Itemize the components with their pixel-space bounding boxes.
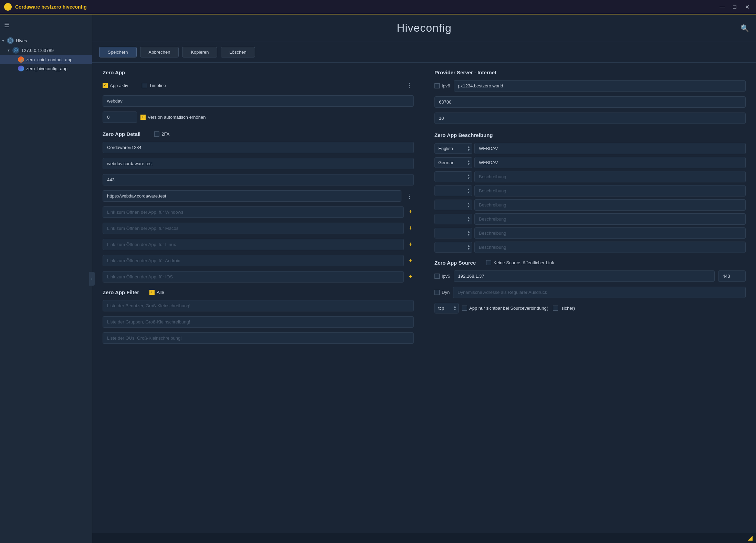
- tree-arrow-server: ▼: [7, 49, 12, 52]
- link-ios-row: +: [103, 271, 414, 283]
- search-icon[interactable]: 🔍: [741, 24, 749, 32]
- source-dyn-row: Dyn: [434, 287, 746, 298]
- domain-row: [103, 158, 414, 169]
- provider-timeout-row: [434, 113, 746, 124]
- desc-input-4[interactable]: [474, 199, 746, 211]
- lang-select-wrap-5: ▲▼: [434, 214, 472, 224]
- app-sichtbar-checkbox[interactable]: [462, 306, 467, 311]
- save-button[interactable]: Speichern: [99, 47, 137, 57]
- provider-port-input[interactable]: [434, 96, 746, 108]
- lang-select-6[interactable]: [434, 228, 472, 238]
- desc-input-7[interactable]: [474, 242, 746, 253]
- version-auto-checkbox[interactable]: [140, 115, 146, 120]
- zero-app-filter-section: Zero App Filter Alle: [103, 289, 414, 344]
- main-header: Hiveconfig 🔍: [92, 14, 756, 42]
- desc-row-7: ▲▼: [434, 242, 746, 253]
- twofa-checkbox[interactable]: [154, 131, 159, 137]
- link-linux-input[interactable]: [103, 239, 404, 250]
- more-options-icon[interactable]: ⋮: [405, 80, 414, 90]
- sidebar-item-hives[interactable]: ▼ Hives: [0, 36, 92, 45]
- source-ipv6-checkbox[interactable]: [434, 274, 440, 279]
- timeline-label: Timeline: [149, 83, 166, 88]
- provider-ipv6-label: Ipv6: [442, 83, 450, 88]
- delete-button[interactable]: Löschen: [221, 47, 255, 57]
- cordaware-input[interactable]: [103, 142, 414, 153]
- provider-server-title: Provider Server - Internet: [434, 70, 746, 75]
- minimize-button[interactable]: —: [717, 2, 727, 12]
- link-linux-add-icon[interactable]: +: [407, 239, 414, 249]
- desc-input-5[interactable]: [474, 213, 746, 225]
- desc-input-2[interactable]: [474, 171, 746, 182]
- lang-select-wrap-0: English German ▲▼: [434, 143, 472, 154]
- sidebar-collapse-handle[interactable]: ›: [89, 272, 95, 286]
- domain-input[interactable]: [103, 158, 414, 169]
- link-macos-add-icon[interactable]: +: [407, 223, 414, 233]
- desc-row-6: ▲▼: [434, 227, 746, 239]
- lang-select-3[interactable]: [434, 185, 472, 196]
- sidebar-item-server[interactable]: ▼ 127.0.0.1:63789: [0, 45, 92, 55]
- keine-source-checkbox[interactable]: [486, 260, 491, 265]
- desc-input-3[interactable]: [474, 185, 746, 196]
- timeline-checkbox[interactable]: [142, 83, 147, 88]
- provider-address-input[interactable]: [454, 80, 746, 92]
- link-android-row: +: [103, 255, 414, 266]
- timeline-checkbox-wrap[interactable]: Timeline: [142, 83, 166, 88]
- sidebar-item-app2[interactable]: ▶ zero_hiveconfig_app: [0, 64, 92, 73]
- groups-filter-input[interactable]: [103, 316, 414, 328]
- dyn-checkbox[interactable]: [434, 290, 440, 295]
- link-macos-input[interactable]: [103, 223, 404, 234]
- provider-timeout-input[interactable]: [434, 113, 746, 124]
- lang-select-4[interactable]: [434, 200, 472, 210]
- app-aktiv-checkbox[interactable]: [103, 83, 108, 88]
- source-address-input[interactable]: [454, 270, 715, 282]
- port-input[interactable]: [103, 174, 414, 185]
- source-port-input[interactable]: [718, 270, 746, 282]
- page-title: Hiveconfig: [397, 22, 451, 34]
- close-button[interactable]: ✕: [742, 2, 752, 12]
- tcp-select[interactable]: tcp udp: [434, 303, 459, 313]
- copy-button[interactable]: Kopieren: [182, 47, 217, 57]
- desc-input-1[interactable]: [474, 157, 746, 168]
- provider-ipv6-checkbox[interactable]: [434, 83, 440, 88]
- link-ios-add-icon[interactable]: +: [407, 272, 414, 282]
- alle-wrap[interactable]: Alle: [149, 290, 164, 295]
- users-filter-input[interactable]: [103, 300, 414, 311]
- ous-filter-input[interactable]: [103, 332, 414, 344]
- lang-select-2[interactable]: [434, 171, 472, 182]
- dynamic-input[interactable]: [453, 287, 746, 298]
- sicher-checkbox[interactable]: [553, 306, 558, 311]
- cancel-button[interactable]: Abbrechen: [140, 47, 179, 57]
- version-input[interactable]: [103, 111, 137, 123]
- dyn-wrap[interactable]: Dyn: [434, 290, 450, 295]
- lang-select-5[interactable]: [434, 214, 472, 224]
- keine-source-wrap[interactable]: Keine Source, öffentlicher Link: [486, 260, 554, 265]
- hamburger-menu-icon[interactable]: ☰: [4, 21, 10, 29]
- link-ios-input[interactable]: [103, 271, 404, 283]
- lang-select-7[interactable]: [434, 242, 472, 253]
- lang-select-0[interactable]: English German: [434, 143, 472, 154]
- version-auto-wrap[interactable]: Version automatisch erhöhen: [140, 115, 206, 120]
- twofa-wrap[interactable]: 2FA: [154, 131, 169, 137]
- provider-port-row: [434, 96, 746, 108]
- provider-ipv6-wrap[interactable]: Ipv6: [434, 83, 450, 88]
- source-header-row: Zero App Source Keine Source, öffentlich…: [434, 260, 746, 266]
- link-windows-add-icon[interactable]: +: [407, 207, 414, 217]
- link-android-input[interactable]: [103, 255, 404, 266]
- app-aktiv-checkbox-wrap[interactable]: App aktiv: [103, 83, 128, 88]
- alle-checkbox[interactable]: [149, 290, 155, 295]
- url-more-icon[interactable]: ⋮: [405, 191, 414, 201]
- sidebar-item-app1[interactable]: ▶ zero_coid_contact_app: [0, 55, 92, 64]
- source-ipv6-wrap[interactable]: Ipv6: [434, 274, 450, 279]
- desc-input-0[interactable]: [474, 143, 746, 154]
- link-windows-input[interactable]: [103, 206, 404, 218]
- lang-select-1[interactable]: German English: [434, 157, 472, 168]
- app-name-input[interactable]: [103, 95, 414, 107]
- maximize-button[interactable]: □: [730, 2, 739, 12]
- url-input[interactable]: [103, 190, 401, 202]
- desc-input-6[interactable]: [474, 227, 746, 239]
- source-tcp-row: tcp udp ▲▼ App nur sichtbar bei Sourceve…: [434, 303, 746, 313]
- link-android-add-icon[interactable]: +: [407, 256, 414, 266]
- zero-app-source-title: Zero App Source: [434, 260, 476, 266]
- app-sichtbar-wrap[interactable]: App nur sichtbar bei Sourceverbindung(: [462, 306, 548, 311]
- filter-header-row: Zero App Filter Alle: [103, 289, 414, 295]
